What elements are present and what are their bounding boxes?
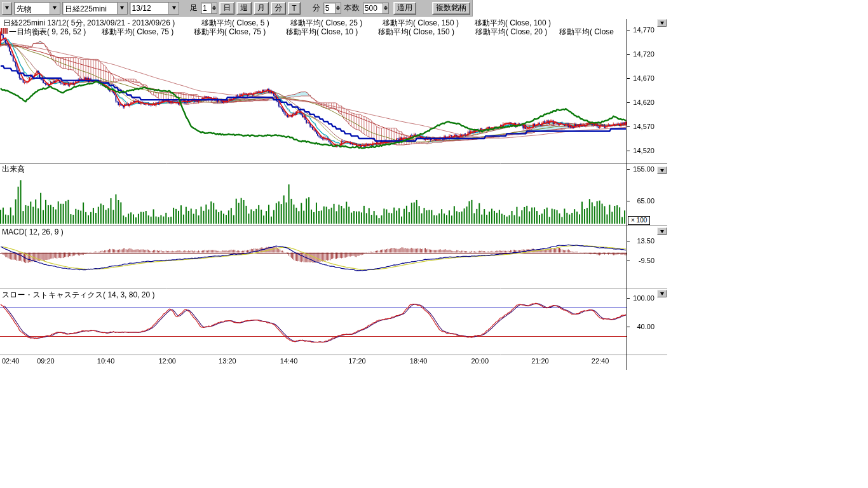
symbol-select[interactable]: 日経225mini bbox=[62, 2, 128, 15]
chart-application-window: 出来高 MACD( 12, 26, 9 ) スロー・ストキャスティクス( 14,… bbox=[0, 0, 868, 488]
multi-symbol-button[interactable]: 複数銘柄 bbox=[432, 2, 470, 15]
chevron-down-icon bbox=[660, 292, 664, 295]
chevron-down-icon[interactable] bbox=[50, 3, 60, 14]
price-panel-menu-button[interactable] bbox=[657, 19, 667, 27]
price-chart-canvas[interactable] bbox=[0, 0, 674, 378]
minute-interval-input[interactable]: 5 bbox=[323, 3, 341, 14]
bar-interval-input[interactable]: 1 bbox=[201, 3, 217, 14]
apply-button[interactable]: 適用 bbox=[393, 2, 416, 15]
spinner-icon[interactable] bbox=[383, 3, 388, 13]
bar-count-input[interactable]: 500 bbox=[363, 3, 389, 14]
chevron-down-icon bbox=[660, 22, 664, 25]
bar-count-label: 本数 bbox=[343, 3, 361, 13]
toolbar-overflow-dropdown[interactable] bbox=[2, 2, 12, 15]
symbol-value: 日経225mini bbox=[63, 3, 117, 14]
instrument-type-select[interactable]: 先物 bbox=[14, 2, 60, 15]
contract-month-select[interactable]: 13/12 bbox=[130, 2, 179, 15]
chevron-down-icon bbox=[660, 230, 664, 233]
period-minute-button[interactable]: 分 bbox=[271, 2, 286, 15]
period-week-button[interactable]: 週 bbox=[236, 2, 252, 15]
chevron-down-icon[interactable] bbox=[117, 3, 127, 14]
chevron-down-icon bbox=[5, 6, 9, 10]
spinner-icon[interactable] bbox=[335, 3, 341, 13]
chevron-down-icon[interactable] bbox=[168, 3, 179, 14]
period-month-button[interactable]: 月 bbox=[254, 2, 269, 15]
toolbar: 先物 日経225mini 13/12 足 1 日 週 月 分 T 分 5 本数 … bbox=[0, 0, 473, 17]
instrument-type-value: 先物 bbox=[15, 3, 50, 14]
period-tick-button[interactable]: T bbox=[288, 2, 300, 15]
macd-panel-menu-button[interactable] bbox=[657, 227, 667, 235]
minute-label: 分 bbox=[311, 3, 322, 13]
contract-month-value: 13/12 bbox=[130, 3, 168, 14]
period-day-button[interactable]: 日 bbox=[219, 2, 234, 15]
spinner-icon[interactable] bbox=[211, 3, 217, 13]
stoch-panel-menu-button[interactable] bbox=[657, 290, 667, 297]
volume-panel-menu-button[interactable] bbox=[657, 166, 667, 174]
chevron-down-icon bbox=[660, 169, 664, 172]
bar-type-label: 足 bbox=[189, 3, 199, 13]
